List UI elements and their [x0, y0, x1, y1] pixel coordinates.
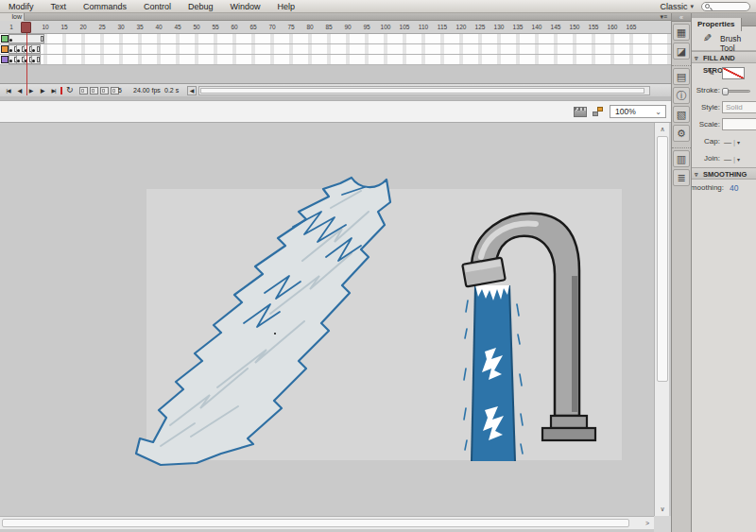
layer-color-swatch[interactable]	[1, 56, 9, 63]
frame-ruler-label: 105	[400, 24, 410, 30]
scroll-up-arrow[interactable]: ∧	[656, 124, 669, 135]
stroke-size-slider[interactable]	[722, 90, 750, 93]
layer-color-swatch[interactable]	[1, 45, 9, 53]
scale-label: Scale:	[699, 120, 720, 129]
color-panel-icon[interactable]: ▦	[673, 24, 690, 41]
frame-ruler[interactable]: 1510152025303540455055606570758085909510…	[0, 21, 671, 34]
current-frame-value[interactable]: 5	[118, 87, 122, 94]
library-panel-icon[interactable]: ≣	[673, 169, 690, 186]
menu-item-text[interactable]: Text	[43, 0, 76, 13]
stage-pasteboard[interactable]: ∧ ∨ >	[0, 123, 671, 532]
playhead-handle[interactable]	[21, 22, 31, 33]
go-to-last-frame-button[interactable]: ▶|	[48, 86, 59, 95]
onion-skin-outlines-button[interactable]	[100, 87, 109, 94]
style-row: Style: Solid	[692, 99, 756, 116]
keyframe-span[interactable]	[31, 44, 41, 54]
edit-bar: 100% ⌄	[0, 100, 671, 123]
water-spray-sketch-drawing	[104, 170, 397, 468]
style-label: Style:	[701, 103, 720, 112]
layer-row-layer-3[interactable]	[0, 55, 671, 65]
edit-symbols-icon[interactable]	[592, 107, 604, 117]
vertical-scrollbar-thumb[interactable]	[657, 136, 668, 382]
go-to-first-frame-button[interactable]: |◀	[3, 86, 13, 95]
keyframe-dot	[9, 39, 12, 42]
onion-skin-button[interactable]	[90, 87, 98, 94]
stroke-label: Stroke:	[696, 86, 720, 94]
smoothing-value[interactable]: 40	[730, 183, 738, 193]
timeline-scrollbar-thumb[interactable]	[200, 88, 644, 94]
stroke-color-swatch[interactable]	[722, 67, 745, 79]
zoom-level-select[interactable]: 100% ⌄	[610, 105, 666, 118]
frame-ruler-label: 165	[627, 24, 637, 30]
components-panel-icon[interactable]: ▥	[673, 150, 690, 167]
center-frame-button[interactable]	[79, 87, 88, 94]
frame-ruler-label: 55	[212, 24, 218, 30]
frame-ruler-label: 1	[9, 24, 13, 30]
panel-menu-icon[interactable]: ▾≡	[660, 13, 667, 21]
scroll-right-arrow[interactable]: >	[641, 518, 654, 529]
timeline-panel: low ▾≡ 151015202530354045505560657075808…	[0, 13, 671, 100]
flash-application-window: ModifyTextCommandsControlDebugWindowHelp…	[0, 0, 756, 532]
dock-icons: ▦◪▤ⓘ▧⚙▥≣	[672, 24, 691, 186]
section-smoothing[interactable]: ▿ SMOOTHING	[692, 167, 756, 180]
join-style-select[interactable]: — | ▾	[722, 153, 750, 164]
frame-ruler-label: 20	[79, 24, 86, 30]
timeline-horizontal-scrollbar[interactable]	[198, 86, 650, 95]
stage-horizontal-scrollbar[interactable]: >	[0, 516, 654, 529]
menu-items: ModifyTextCommandsControlDebugWindowHelp	[0, 0, 303, 13]
frame-rate-value[interactable]: 24.00 fps	[133, 87, 161, 94]
frame-ruler-label: 80	[306, 24, 313, 30]
scroll-down-arrow[interactable]: ∨	[656, 504, 669, 515]
center-frame-marker	[60, 87, 62, 94]
expand-panels-icon[interactable]: «	[672, 13, 691, 22]
transform-panel-icon[interactable]: ▧	[673, 106, 690, 123]
info-panel-icon[interactable]: ⓘ	[673, 87, 690, 104]
layer-row-layer-2[interactable]	[0, 44, 671, 55]
menu-bar: ModifyTextCommandsControlDebugWindowHelp…	[0, 0, 756, 13]
chevron-down-icon: ▾	[737, 139, 740, 146]
horizontal-scrollbar-thumb[interactable]	[2, 519, 629, 527]
menu-item-debug[interactable]: Debug	[180, 0, 222, 13]
menu-item-help[interactable]: Help	[269, 0, 304, 13]
workspace-switcher[interactable]: Classic ▾	[660, 2, 694, 11]
workspace-label: Classic	[660, 2, 687, 11]
menu-item-commands[interactable]: Commands	[75, 0, 135, 13]
motion-presets-panel-icon[interactable]: ⚙	[673, 125, 690, 142]
timeline-scroll-left-arrow[interactable]: ◀	[187, 86, 197, 95]
panel-dock-strip: « ▦◪▤ⓘ▧⚙▥≣	[671, 13, 692, 532]
menu-bar-right: Classic ▾	[660, 2, 756, 11]
cap-style-select[interactable]: — | ▾	[722, 136, 750, 147]
edit-scene-icon[interactable]	[574, 107, 587, 117]
cap-value: —	[722, 138, 733, 146]
menu-item-control[interactable]: Control	[135, 0, 180, 13]
frame-ruler-label: 35	[136, 24, 143, 30]
chevron-down-icon: ▾	[690, 3, 694, 10]
menu-item-modify[interactable]: Modify	[0, 0, 43, 13]
menu-item-window[interactable]: Window	[222, 0, 269, 13]
step-back-button[interactable]: ◀|	[14, 86, 25, 95]
scale-select[interactable]	[722, 118, 756, 130]
loop-playback-button[interactable]: ↻	[66, 85, 74, 94]
timeline-partial-tab[interactable]: low	[0, 13, 25, 21]
search-input[interactable]	[701, 2, 750, 11]
stroke-style-select[interactable]: Solid	[722, 101, 756, 113]
section-fill-and-stroke[interactable]: ▿ FILL AND STROKE	[692, 51, 756, 63]
keyframe-span[interactable]	[31, 55, 41, 64]
edit-symbols-block	[593, 112, 598, 116]
step-forward-button[interactable]: |▶	[37, 86, 47, 95]
frame-ruler-label: 75	[287, 24, 294, 30]
layer-row-layer-1[interactable]	[0, 34, 671, 44]
play-button[interactable]: ▶	[26, 86, 36, 95]
dock-separator	[672, 144, 691, 148]
slider-thumb[interactable]	[722, 88, 729, 95]
layer-color-swatch[interactable]	[1, 35, 9, 43]
frame-ruler-label: 60	[231, 24, 237, 30]
swatches-panel-icon[interactable]: ◪	[673, 43, 690, 60]
properties-panel: Properties ✎ Brush Tool ▿ FILL AND STROK…	[692, 13, 756, 532]
join-label: Join:	[704, 154, 720, 163]
stage-vertical-scrollbar[interactable]: ∧ ∨	[654, 123, 669, 516]
timeline-layer-rows	[0, 34, 671, 65]
align-panel-icon[interactable]: ▤	[673, 68, 690, 85]
frame-ruler-label: 50	[193, 24, 199, 30]
frame-ruler-label: 125	[475, 24, 486, 30]
